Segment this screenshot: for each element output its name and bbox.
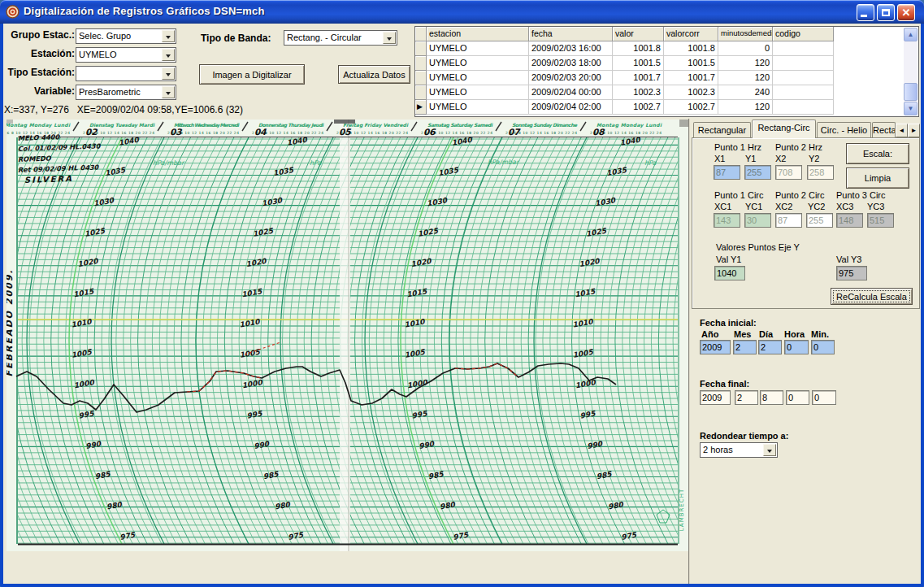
table-cell[interactable]: 2009/02/03 18:00: [529, 56, 613, 71]
table-cell[interactable]: UYMELO: [427, 85, 529, 100]
tab-circ-helio[interactable]: Circ. - Helio: [817, 122, 871, 138]
column-header-valor[interactable]: valor: [613, 27, 664, 41]
table-cell[interactable]: 1001.7: [613, 71, 664, 85]
scroll-up-icon[interactable]: ▲: [904, 28, 917, 41]
escala-button[interactable]: Escala:: [846, 143, 909, 164]
tipo-estacion-combobox[interactable]: [76, 66, 176, 81]
xc2-field[interactable]: 87: [775, 213, 802, 228]
fecha-inicial-dia[interactable]: 2: [758, 340, 782, 354]
dia-label: Día: [759, 329, 773, 339]
x1-field[interactable]: 87: [714, 165, 740, 180]
estacion-label: Estación:: [31, 48, 75, 59]
data-table[interactable]: estacionfechavalorvalorcorrminutosdemedi…: [414, 26, 919, 117]
fecha-final-hora[interactable]: 0: [786, 390, 809, 405]
redondear-value: 2 horas: [703, 445, 733, 454]
tab-recta[interactable]: Recta: [872, 122, 896, 138]
table-cell[interactable]: [773, 85, 834, 100]
table-cell[interactable]: 120: [718, 100, 773, 115]
svg-text:hPa: hPa: [644, 159, 657, 167]
chevron-down-icon[interactable]: [162, 49, 175, 61]
fecha-inicial-hora[interactable]: 0: [784, 340, 809, 354]
imagen-digitalizar-button[interactable]: Imagen a Digitalizar: [199, 64, 305, 85]
minimize-button[interactable]: [857, 4, 874, 21]
table-cell[interactable]: 2009/02/04 00:00: [529, 85, 613, 100]
actualiza-datos-button[interactable]: Actualiza Datos: [338, 65, 410, 84]
xc3-field[interactable]: 148: [836, 213, 863, 228]
tab-scroll-left-icon[interactable]: ◄: [896, 124, 908, 137]
table-cell[interactable]: UYMELO: [427, 56, 529, 71]
valy1-field[interactable]: 1040: [714, 266, 745, 280]
table-cell[interactable]: 2009/02/03 20:00: [529, 71, 613, 85]
table-cell[interactable]: [773, 56, 834, 71]
punto2circ-title: Punto 2 Circ: [775, 190, 825, 200]
chevron-down-icon[interactable]: [162, 30, 175, 42]
tab-rectangular[interactable]: Rectangular: [693, 122, 751, 138]
estacion-value: UYMELO: [79, 50, 116, 59]
column-header-codigo[interactable]: codigo: [773, 27, 834, 41]
y1-field[interactable]: 255: [744, 165, 771, 180]
table-cell[interactable]: 1001.7: [664, 71, 718, 85]
limpia-button[interactable]: Limpia: [846, 167, 909, 189]
column-header-estacion[interactable]: estacion: [427, 27, 529, 41]
fecha-final-dia[interactable]: 8: [760, 390, 783, 405]
fecha-final-anio[interactable]: 2009: [700, 390, 731, 405]
table-cell[interactable]: 2009/02/04 02:00: [529, 100, 613, 115]
variable-combobox[interactable]: PresBarometric: [76, 85, 176, 100]
table-cell[interactable]: UYMELO: [427, 100, 529, 115]
table-cell[interactable]: [773, 41, 834, 56]
fecha-inicial-anio[interactable]: 2009: [700, 340, 731, 354]
table-cell[interactable]: 1001.5: [664, 56, 718, 71]
table-cell[interactable]: 1002.3: [664, 85, 718, 100]
title-bar[interactable]: Digitalización de Registros Gráficos DSN…: [0, 0, 924, 24]
column-header-valorcorr[interactable]: valorcorr: [664, 27, 718, 41]
punto1circ-title: Punto 1 Circ: [714, 190, 764, 200]
column-header-minutosdemedic[interactable]: minutosdemedic: [718, 27, 773, 41]
tipo-banda-combobox[interactable]: Rectang. - Circular: [284, 30, 397, 46]
close-button[interactable]: ✕: [897, 4, 915, 21]
valy3-field[interactable]: 975: [836, 266, 867, 280]
table-cell[interactable]: 1002.3: [613, 85, 664, 100]
estacion-combobox[interactable]: UYMELO: [76, 47, 176, 63]
fecha-inicial-min[interactable]: 0: [811, 340, 835, 354]
maximize-button[interactable]: [877, 4, 895, 21]
table-cell[interactable]: [773, 100, 834, 115]
chevron-down-icon[interactable]: [162, 86, 175, 98]
table-cell[interactable]: 2009/02/03 16:00: [529, 41, 613, 56]
scroll-down-icon[interactable]: ▼: [904, 102, 917, 115]
chevron-down-icon[interactable]: [763, 444, 776, 456]
fecha-inicial-mes[interactable]: 2: [733, 340, 757, 354]
yc3-field[interactable]: 515: [867, 213, 894, 228]
fecha-final-mes[interactable]: 2: [735, 390, 758, 405]
yc1-field[interactable]: 30: [744, 213, 771, 228]
scrollbar-thumb[interactable]: [904, 83, 917, 101]
fecha-final-min[interactable]: 0: [812, 390, 836, 405]
x2-field[interactable]: 708: [775, 165, 802, 180]
table-cell[interactable]: 0: [718, 41, 773, 56]
table-cell[interactable]: 1001.8: [613, 41, 664, 56]
table-cell[interactable]: 120: [718, 71, 773, 85]
tipo-banda-label: Tipo de Banda:: [201, 33, 271, 44]
tab-scroll-right-icon[interactable]: ►: [908, 124, 920, 137]
chevron-down-icon[interactable]: [162, 67, 175, 80]
table-cell[interactable]: UYMELO: [427, 41, 529, 56]
chart-panel: Montag Monday LundiDienstag Tuesday Mard…: [3, 119, 690, 584]
table-cell[interactable]: 120: [718, 56, 773, 71]
tab-rectang-circ[interactable]: Rectang-Circ: [752, 120, 816, 138]
table-cell[interactable]: [773, 71, 834, 85]
table-cell[interactable]: UYMELO: [427, 71, 529, 85]
y2-field[interactable]: 258: [807, 165, 834, 180]
table-scrollbar[interactable]: ▲ ▼: [904, 28, 917, 115]
chevron-down-icon[interactable]: [383, 32, 396, 44]
table-cell[interactable]: 1001.5: [613, 56, 664, 71]
table-cell[interactable]: 1002.7: [664, 100, 718, 115]
digitized-chart-image[interactable]: Montag Monday LundiDienstag Tuesday Mard…: [7, 120, 688, 551]
grupo-estac-combobox[interactable]: Selec. Grupo: [76, 28, 176, 44]
table-cell[interactable]: 1002.7: [613, 100, 664, 115]
recalcula-escala-button[interactable]: ReCalcula Escala: [831, 288, 913, 305]
yc2-field[interactable]: 255: [806, 213, 833, 228]
xc1-field[interactable]: 143: [714, 213, 740, 228]
table-cell[interactable]: 240: [718, 85, 773, 100]
table-cell[interactable]: 1001.8: [664, 41, 718, 56]
redondear-combobox[interactable]: 2 horas: [700, 442, 778, 458]
column-header-fecha[interactable]: fecha: [529, 27, 613, 41]
